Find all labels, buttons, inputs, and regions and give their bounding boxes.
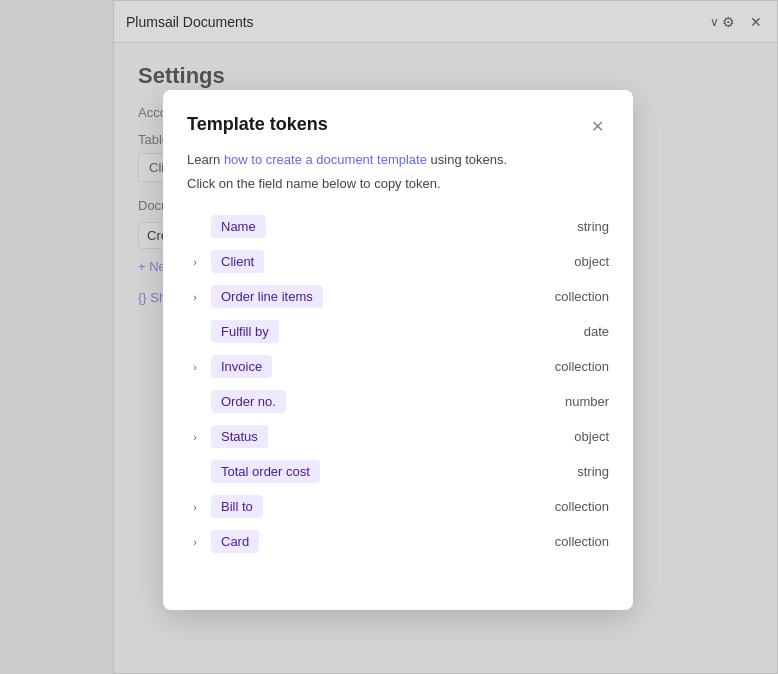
expand-token-button[interactable]: › — [187, 289, 203, 305]
token-type-label: collection — [555, 289, 609, 304]
token-type-label: date — [584, 324, 609, 339]
token-row: ›Bill tocollection — [187, 489, 609, 524]
token-row: ›Clientobject — [187, 244, 609, 279]
expand-token-button[interactable]: › — [187, 359, 203, 375]
expand-token-button[interactable]: › — [187, 429, 203, 445]
token-row: ›Invoicecollection — [187, 349, 609, 384]
expand-token-button[interactable]: › — [187, 254, 203, 270]
token-row: Total order coststring — [187, 454, 609, 489]
token-type-label: string — [577, 464, 609, 479]
token-badge[interactable]: Client — [211, 250, 264, 273]
token-type-label: object — [574, 429, 609, 444]
token-type-label: object — [574, 254, 609, 269]
token-type-label: collection — [555, 534, 609, 549]
token-badge[interactable]: Total order cost — [211, 460, 320, 483]
token-row: ›Cardcollection — [187, 524, 609, 559]
token-badge[interactable]: Card — [211, 530, 259, 553]
token-row: Fulfill bydate — [187, 314, 609, 349]
token-badge[interactable]: Order line items — [211, 285, 323, 308]
modal-header: Template tokens ✕ — [187, 114, 609, 138]
modal-title: Template tokens — [187, 114, 328, 135]
template-link[interactable]: how to create a document template — [224, 152, 427, 167]
token-badge[interactable]: Bill to — [211, 495, 263, 518]
token-badge[interactable]: Name — [211, 215, 266, 238]
token-type-label: collection — [555, 359, 609, 374]
token-row: Order no.number — [187, 384, 609, 419]
token-type-label: string — [577, 219, 609, 234]
token-type-label: number — [565, 394, 609, 409]
token-badge[interactable]: Status — [211, 425, 268, 448]
expand-token-button[interactable]: › — [187, 499, 203, 515]
token-type-label: collection — [555, 499, 609, 514]
token-list: Namestring›Clientobject›Order line items… — [187, 209, 609, 559]
modal-close-button[interactable]: ✕ — [585, 114, 609, 138]
token-badge[interactable]: Invoice — [211, 355, 272, 378]
token-badge[interactable]: Order no. — [211, 390, 286, 413]
token-row: ›Order line itemscollection — [187, 279, 609, 314]
modal-hint: Click on the field name below to copy to… — [187, 174, 609, 194]
token-row: Namestring — [187, 209, 609, 244]
modal-description: Learn how to create a document template … — [187, 150, 609, 170]
token-row: ›Statusobject — [187, 419, 609, 454]
template-tokens-modal: Template tokens ✕ Learn how to create a … — [163, 90, 633, 610]
expand-token-button[interactable]: › — [187, 534, 203, 550]
token-badge[interactable]: Fulfill by — [211, 320, 279, 343]
